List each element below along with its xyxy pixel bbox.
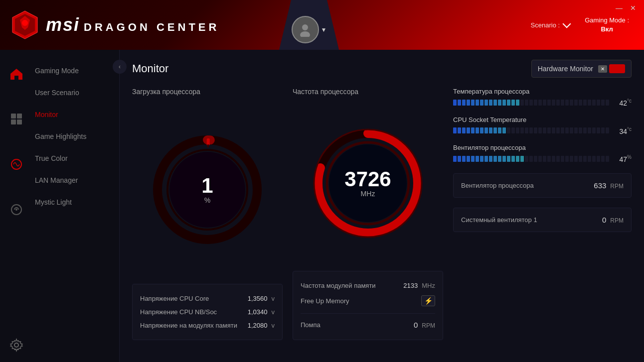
sys-fan-unit: RPM <box>610 217 624 224</box>
sidebar-icon-grid[interactable] <box>7 110 25 128</box>
sidebar-collapse-button[interactable]: ‹ <box>113 60 127 74</box>
metrics-grid: Загрузка процессора <box>132 88 632 340</box>
logo-area: msi DRAGON CENTER <box>0 10 219 40</box>
pump-value-group: 0 RPM <box>414 321 435 329</box>
hardware-monitor-label: Hardware Monitor <box>538 65 593 73</box>
settings-icon <box>9 338 23 352</box>
cpu-fan-rpm-unit: RPM <box>610 183 624 190</box>
sidebar-icon-home[interactable] <box>7 65 25 83</box>
sidebar-settings-button[interactable] <box>0 338 32 352</box>
mem-freq-value: 2133 <box>403 282 418 289</box>
cpu-load-gauge: 1 % <box>153 135 262 244</box>
cpu-fan-bar-item: Вентилятор процессора 47% <box>453 144 632 163</box>
svg-point-4 <box>300 31 310 37</box>
voltage-cpu-core-value-group: 1,3560 v <box>248 295 275 302</box>
sidebar-item-true-color[interactable]: True Color <box>35 147 119 169</box>
toggle-switch[interactable]: ✕ <box>598 64 625 73</box>
cpu-fan-bar-row: 47% <box>453 154 632 163</box>
svg-point-11 <box>15 209 17 211</box>
cpu-freq-gauge-container: 3726 MHz <box>293 103 443 263</box>
monitor-header: Monitor Hardware Monitor ✕ <box>132 60 632 78</box>
minimize-button[interactable]: — <box>614 4 624 12</box>
avatar-chevron-icon: ▼ <box>321 26 327 33</box>
cpu-fan-rpm-label: Вентилятор процессора <box>461 182 534 189</box>
avatar <box>292 16 319 43</box>
cpu-temp-item: Температура процессора 42°с <box>453 88 632 107</box>
mem-freq-label: Частота модулей памяти <box>301 282 376 289</box>
voltage-mem-label: Напряжение на модулях памяти <box>140 322 237 329</box>
sys-fan-values: 0 RPM <box>602 216 624 224</box>
cpu-socket-temp-value: 34°с <box>614 126 632 135</box>
sidebar-item-user-scenario[interactable]: User Scenario <box>35 82 119 104</box>
sys-fan-label: Системный вентилятор 1 <box>461 216 537 224</box>
logo-dragon-center-text: DRAGON CENTER <box>84 21 219 34</box>
voltage-mem-unit: v <box>272 322 275 329</box>
cpu-load-gauge-container: 1 % <box>132 103 283 276</box>
free-up-memory-button[interactable]: ⚡ <box>421 295 435 306</box>
cpu-load-label: Загрузка процессора <box>132 88 283 96</box>
svg-point-12 <box>14 343 18 347</box>
cpu-load-unit: % <box>201 196 213 204</box>
cpu-freq-center: 3726 MHz <box>344 169 391 198</box>
cpu-socket-temp-bar <box>453 127 609 133</box>
scenario-section[interactable]: Scenario : <box>531 21 570 29</box>
header: msi DRAGON CENTER ▼ Scenario : Gaming Mo… <box>0 0 644 50</box>
voltage-mem-value: 1,2080 <box>248 322 268 329</box>
cpu-temp-bar-row: 42°с <box>453 98 632 107</box>
free-up-mem-row: Free Up Memory ⚡ <box>301 292 435 309</box>
sidebar-icons <box>0 50 32 219</box>
sys-fan-card: Системный вентилятор 1 0 RPM <box>453 208 632 232</box>
pump-row: Помпа 0 RPM <box>301 318 435 332</box>
sidebar-item-gaming-mode[interactable]: Gaming Mode <box>35 60 119 82</box>
cpu-socket-temp-bar-row: 34°с <box>453 126 632 135</box>
cpu-fan-bar <box>453 156 609 162</box>
sidebar-item-game-highlights[interactable]: Game Highlights <box>35 125 119 147</box>
voltage-cpu-core-value: 1,3560 <box>248 295 268 302</box>
sidebar-icon-monitor[interactable] <box>7 155 25 173</box>
voltage-cpu-nb-value: 1,0340 <box>248 308 268 316</box>
cpu-fan-rpm-card: Вентилятор процессора 633 RPM <box>453 173 632 198</box>
voltage-card: Напряжение CPU Core 1,3560 v Напряжение … <box>132 284 283 340</box>
pump-unit: RPM <box>422 322 435 329</box>
msi-dragon-icon <box>10 10 40 40</box>
voltage-cpu-core-row: Напряжение CPU Core 1,3560 v <box>140 292 275 305</box>
toggle-on-indicator <box>609 64 625 73</box>
cpu-temp-value: 42°с <box>614 98 632 107</box>
cpu-fan-bar-unit: % <box>627 154 632 160</box>
cpu-freq-gauge: 3726 MHz <box>313 128 423 238</box>
sidebar: ‹ Gaming Mode User Scenario Monitor Game… <box>0 50 120 362</box>
voltage-cpu-core-unit: v <box>272 295 275 302</box>
avatar-container[interactable]: ▼ <box>279 0 339 50</box>
cpu-socket-temp-label: CPU Socket Temperature <box>453 116 632 123</box>
sidebar-icon-highlights[interactable] <box>7 201 25 219</box>
pump-value: 0 <box>414 321 418 329</box>
voltage-mem-value-group: 1,2080 v <box>248 322 275 329</box>
voltage-cpu-nb-unit: v <box>272 308 275 316</box>
main-content: Monitor Hardware Monitor ✕ Загрузка проц… <box>120 50 644 362</box>
svg-point-2 <box>22 20 28 26</box>
sidebar-item-monitor[interactable]: Monitor <box>35 104 119 125</box>
hardware-monitor-toggle[interactable]: Hardware Monitor ✕ <box>531 60 632 78</box>
gaming-mode-value: Вкл <box>585 25 629 34</box>
close-button[interactable]: ✕ <box>628 4 638 12</box>
voltage-cpu-nb-row: Напряжение CPU NB/Soc 1,0340 v <box>140 305 275 319</box>
cpu-socket-temp-unit: °с <box>627 126 632 132</box>
voltage-cpu-nb-label: Напряжение CPU NB/Soc <box>140 308 217 316</box>
sidebar-item-mystic-light[interactable]: Mystic Light <box>35 191 119 213</box>
right-column: Температура процессора 42°с CPU Socket T… <box>453 88 632 340</box>
voltage-cpu-nb-value-group: 1,0340 v <box>248 308 275 316</box>
cpu-load-section: Загрузка процессора <box>132 88 283 340</box>
scenario-dropdown-icon[interactable] <box>563 20 571 28</box>
gaming-mode-section: Gaming Mode : Вкл <box>585 16 629 34</box>
gaming-mode-label: Gaming Mode : <box>585 16 629 25</box>
cpu-temp-label: Температура процессора <box>453 88 632 95</box>
cpu-fan-rpm-value: 633 <box>594 181 606 190</box>
free-up-mem-label: Free Up Memory <box>301 297 349 305</box>
temp-section: Температура процессора 42°с CPU Socket T… <box>453 88 632 163</box>
user-icon <box>298 22 313 37</box>
sidebar-item-lan-manager[interactable]: LAN Manager <box>35 169 119 191</box>
logo-msi-text: msi <box>46 14 80 35</box>
svg-rect-7 <box>11 120 16 124</box>
cpu-load-center: 1 % <box>201 175 213 204</box>
cpu-temp-bar <box>453 100 609 106</box>
